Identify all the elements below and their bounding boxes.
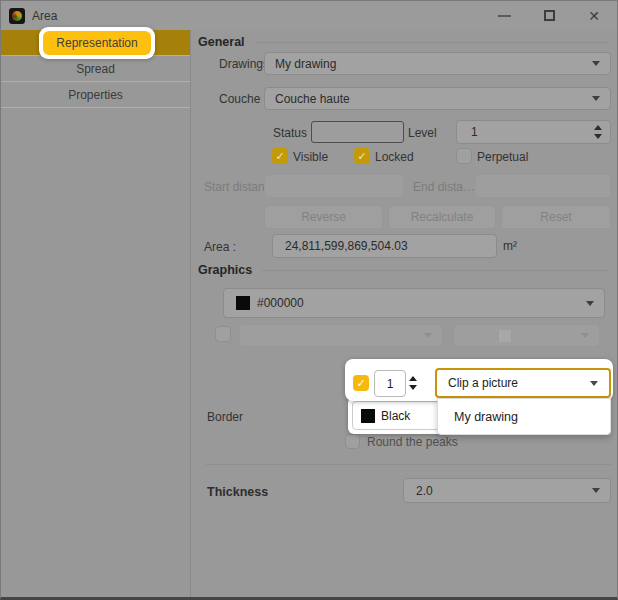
level-value: 1 xyxy=(471,125,478,139)
tab-representation[interactable]: Representation xyxy=(1,30,190,56)
tab-properties[interactable]: Properties xyxy=(1,82,190,108)
minimize-icon xyxy=(498,15,511,17)
check-icon: ✓ xyxy=(356,377,365,390)
area-unit: m² xyxy=(503,239,517,253)
drawings-value: My drawing xyxy=(275,57,336,71)
chevron-down-icon xyxy=(590,381,598,386)
maximize-icon xyxy=(544,10,555,21)
chevron-down-icon xyxy=(581,333,589,338)
couche-select[interactable]: Couche haute xyxy=(264,87,611,110)
status-input[interactable] xyxy=(311,121,404,143)
tab-spread[interactable]: Spread xyxy=(1,56,190,82)
couche-label: Couche xyxy=(219,92,260,106)
border-settings-card: ✓ 1 Clip a picture xyxy=(345,359,613,401)
thickness-value: 2.0 xyxy=(416,484,433,498)
maximize-button[interactable] xyxy=(534,1,564,30)
end-distance-input[interactable] xyxy=(475,174,611,198)
reverse-button[interactable]: Reverse xyxy=(264,205,383,229)
app-icon xyxy=(9,8,25,24)
general-header-rule xyxy=(255,42,609,43)
thickness-label: Thickness xyxy=(207,485,268,499)
area-value: 24,811,599,869,504.03 xyxy=(285,239,408,253)
app-logo-icon xyxy=(12,11,22,21)
check-icon: ✓ xyxy=(357,150,366,163)
locked-label: Locked xyxy=(375,150,414,164)
general-header-label: General xyxy=(198,35,245,49)
area-input[interactable]: 24,811,599,869,504.03 xyxy=(272,234,497,258)
tab-representation-label: Representation xyxy=(43,31,151,55)
spinner-up-icon[interactable] xyxy=(594,125,602,130)
start-distance-input[interactable] xyxy=(264,174,404,198)
status-label: Status xyxy=(273,126,307,140)
tab-spread-label: Spread xyxy=(76,62,115,76)
hatch-color-select[interactable] xyxy=(453,324,600,347)
close-icon: ✕ xyxy=(588,9,600,23)
area-label: Area : xyxy=(204,240,236,254)
fill-color-swatch-icon xyxy=(236,296,250,310)
chevron-down-icon xyxy=(424,333,432,338)
fill-color-value: #000000 xyxy=(257,296,304,310)
locked-checkbox[interactable]: ✓ xyxy=(354,148,370,164)
minimize-button[interactable] xyxy=(489,1,519,30)
level-spinner-buttons xyxy=(594,125,602,139)
thickness-select[interactable]: 2.0 xyxy=(403,478,611,503)
main-panel: General Drawings My drawing Couche Couch… xyxy=(191,30,617,597)
section-divider xyxy=(206,464,611,465)
clip-picture-value: Clip a picture xyxy=(448,376,518,390)
graphics-header-rule xyxy=(262,270,609,271)
tab-representation-highlight[interactable]: Representation xyxy=(39,27,155,59)
border-enable-checkbox[interactable]: ✓ xyxy=(353,375,369,391)
chevron-down-icon xyxy=(592,61,600,66)
border-color-swatch-icon xyxy=(361,409,375,423)
spinner-up-icon[interactable] xyxy=(409,376,417,381)
border-width-value: 1 xyxy=(387,377,394,391)
check-icon: ✓ xyxy=(275,150,284,163)
chevron-down-icon xyxy=(592,488,600,493)
sidebar: Representation Spread Properties xyxy=(1,30,191,597)
chevron-down-icon xyxy=(592,96,600,101)
graphics-header-label: Graphics xyxy=(198,263,252,277)
border-color-value: Black xyxy=(381,409,410,423)
level-spinner[interactable]: 1 xyxy=(456,120,611,144)
level-label: Level xyxy=(408,126,437,140)
drawings-label: Drawings xyxy=(219,57,269,71)
border-color-select[interactable]: Black xyxy=(352,401,446,430)
section-header-general: General xyxy=(198,35,609,49)
round-peaks-label: Round the peaks xyxy=(367,435,458,449)
spinner-down-icon[interactable] xyxy=(409,385,417,390)
title-bar: Area ✕ xyxy=(1,1,617,30)
recalculate-button[interactable]: Recalculate xyxy=(388,205,496,229)
reset-button[interactable]: Reset xyxy=(501,205,611,229)
hatch-enable-checkbox[interactable] xyxy=(215,326,231,342)
fill-color-select[interactable]: #000000 xyxy=(223,288,605,318)
drawings-select[interactable]: My drawing xyxy=(264,52,611,75)
hatch-pattern-select[interactable] xyxy=(239,324,443,347)
clip-picture-dropdown-popup: My drawing xyxy=(437,398,611,435)
chevron-down-icon xyxy=(586,301,594,306)
dropdown-item-my-drawing[interactable]: My drawing xyxy=(438,399,610,434)
clip-picture-select[interactable]: Clip a picture xyxy=(435,368,611,398)
couche-value: Couche haute xyxy=(275,92,350,106)
hatch-color-swatch-icon xyxy=(498,329,512,343)
visible-checkbox[interactable]: ✓ xyxy=(272,148,288,164)
round-peaks-checkbox[interactable] xyxy=(345,434,360,449)
spinner-down-icon[interactable] xyxy=(594,134,602,139)
end-distance-label: End dista… xyxy=(413,180,475,194)
tab-properties-label: Properties xyxy=(68,88,123,102)
visible-label: Visible xyxy=(293,150,328,164)
area-dialog-window: Area ✕ Representation Spread Properties … xyxy=(0,0,618,600)
close-button[interactable]: ✕ xyxy=(579,1,609,30)
border-width-spinner[interactable]: 1 xyxy=(374,370,406,397)
perpetual-checkbox[interactable] xyxy=(456,148,472,164)
border-label: Border xyxy=(207,410,243,424)
window-title: Area xyxy=(32,9,57,23)
perpetual-label: Perpetual xyxy=(477,150,528,164)
window-controls: ✕ xyxy=(474,1,609,30)
border-width-spinner-buttons xyxy=(409,372,417,394)
section-header-graphics: Graphics xyxy=(198,263,609,277)
